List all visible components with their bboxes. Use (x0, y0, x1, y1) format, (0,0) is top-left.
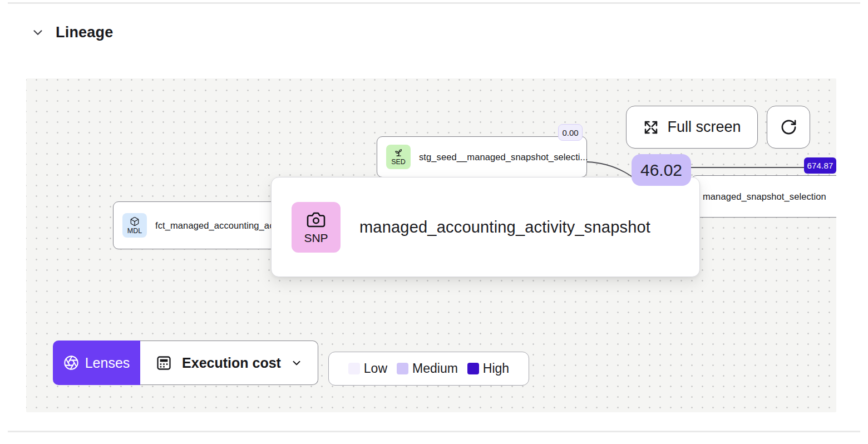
legend-label-medium: Medium (412, 361, 458, 376)
edge-cost-badge-high: 674.87 (804, 157, 836, 174)
lineage-canvas[interactable]: SED stg_seed__managed_snapshot_selecti..… (26, 78, 836, 412)
full-screen-label: Full screen (667, 119, 741, 136)
legend-label-low: Low (364, 361, 387, 376)
legend-swatch-medium (397, 363, 408, 374)
node-type-label: MDL (127, 227, 142, 235)
lenses-control: Lenses Execution cost (53, 341, 318, 385)
node-label: fct_managed_accounting_act (155, 220, 277, 231)
lens-selector-dropdown[interactable]: Execution cost (140, 341, 318, 385)
legend-swatch-low (348, 363, 360, 374)
refresh-button[interactable] (767, 106, 810, 149)
chevron-down-icon (290, 357, 303, 369)
sprout-icon (394, 148, 403, 157)
execution-cost-icon (155, 354, 172, 372)
seed-type-badge: SED (386, 145, 411, 169)
node-type-label: SNP (304, 231, 328, 245)
node-label: managed_snapshot_selection (703, 191, 826, 202)
node-label: stg_seed__managed_snapshot_selecti... (419, 152, 588, 162)
cost-legend: Low Medium High (328, 352, 529, 386)
full-screen-button[interactable]: Full screen (626, 106, 758, 149)
cube-icon (130, 216, 140, 226)
bottom-divider (8, 431, 860, 432)
chevron-down-icon (31, 25, 45, 40)
legend-label-high: High (483, 361, 509, 376)
model-type-badge: MDL (122, 213, 147, 238)
node-type-label: SED (391, 158, 406, 166)
camera-icon (306, 210, 326, 230)
node-stg-seed[interactable]: SED stg_seed__managed_snapshot_selecti..… (377, 136, 587, 177)
edge-cost-badge-medium: 46.02 (632, 154, 691, 186)
node-managed-snapshot-selection[interactable]: managed_snapshot_selection (691, 175, 836, 218)
aperture-icon (63, 355, 79, 371)
lenses-button[interactable]: Lenses (53, 341, 140, 385)
selected-lens-label: Execution cost (182, 355, 281, 371)
expand-icon (643, 119, 659, 136)
snapshot-type-badge: SNP (292, 202, 341, 253)
lenses-label: Lenses (85, 355, 130, 371)
edge-cost-badge-low: 0.00 (558, 124, 583, 141)
node-hover-card[interactable]: SNP managed_accounting_activity_snapshot (271, 177, 700, 277)
legend-swatch-high (467, 363, 479, 374)
top-divider (8, 2, 860, 4)
hover-card-label: managed_accounting_activity_snapshot (359, 218, 650, 236)
collapse-section-button[interactable] (29, 23, 47, 41)
refresh-icon (780, 119, 797, 136)
page-title: Lineage (56, 21, 113, 43)
